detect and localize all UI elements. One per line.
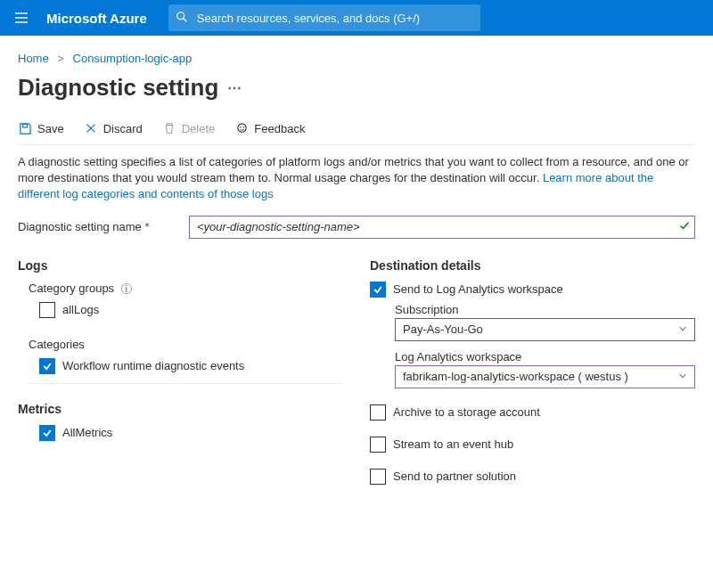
page-title: Diagnostic setting bbox=[18, 74, 218, 102]
hamburger-icon[interactable] bbox=[7, 4, 36, 32]
allmetrics-label: AllMetrics bbox=[62, 426, 112, 439]
categories-heading: Categories bbox=[29, 338, 343, 351]
delete-button: Delete bbox=[162, 121, 216, 135]
feedback-icon bbox=[234, 121, 249, 135]
alllogs-checkbox[interactable]: allLogs bbox=[29, 302, 343, 318]
subscription-label: Subscription bbox=[395, 303, 695, 316]
global-search[interactable] bbox=[168, 4, 480, 31]
law-label: Log Analytics workspace bbox=[395, 350, 695, 363]
subscription-value: Pay-As-You-Go bbox=[403, 323, 483, 336]
feedback-label: Feedback bbox=[254, 122, 305, 135]
svg-line-4 bbox=[184, 18, 187, 21]
archive-storage-label: Archive to a storage account bbox=[393, 405, 540, 419]
category-groups-heading: Category groups i bbox=[29, 282, 343, 295]
checkbox-icon bbox=[370, 282, 386, 298]
setting-name-row: Diagnostic setting name * bbox=[18, 216, 695, 239]
metrics-heading: Metrics bbox=[18, 402, 343, 416]
info-icon[interactable]: i bbox=[121, 283, 132, 294]
brand-label: Microsoft Azure bbox=[46, 11, 158, 26]
allmetrics-checkbox[interactable]: AllMetrics bbox=[29, 425, 343, 441]
svg-point-8 bbox=[238, 123, 246, 131]
breadcrumb-resource[interactable]: Consumption-logic-app bbox=[73, 52, 193, 65]
send-partner-checkbox[interactable]: Send to partner solution bbox=[370, 469, 695, 485]
checkbox-icon bbox=[370, 437, 386, 453]
send-partner-label: Send to partner solution bbox=[393, 470, 516, 483]
search-input[interactable] bbox=[195, 11, 473, 26]
destination-heading: Destination details bbox=[370, 258, 695, 273]
alllogs-label: allLogs bbox=[62, 303, 99, 316]
save-button[interactable]: Save bbox=[18, 121, 64, 135]
more-actions-icon[interactable]: ⋯ bbox=[227, 79, 243, 96]
delete-label: Delete bbox=[182, 122, 216, 135]
svg-rect-5 bbox=[22, 124, 27, 127]
logs-heading: Logs bbox=[18, 258, 343, 273]
archive-storage-checkbox[interactable]: Archive to a storage account bbox=[370, 404, 695, 421]
azure-topbar: Microsoft Azure bbox=[0, 0, 713, 36]
validation-check-icon bbox=[679, 220, 690, 233]
save-label: Save bbox=[37, 122, 64, 135]
divider bbox=[29, 383, 343, 384]
discard-button[interactable]: Discard bbox=[84, 121, 143, 135]
search-icon bbox=[176, 11, 188, 26]
checkbox-icon bbox=[39, 425, 55, 441]
chevron-down-icon bbox=[678, 370, 687, 383]
discard-label: Discard bbox=[103, 122, 143, 135]
setting-name-input[interactable] bbox=[189, 216, 695, 239]
delete-icon bbox=[162, 121, 176, 135]
chevron-right-icon: > bbox=[57, 52, 64, 65]
description-text: A diagnostic setting specifies a list of… bbox=[18, 154, 695, 203]
stream-eventhub-checkbox[interactable]: Stream to an event hub bbox=[370, 437, 695, 453]
workflow-events-checkbox[interactable]: Workflow runtime diagnostic events bbox=[29, 358, 343, 374]
discard-icon bbox=[84, 121, 98, 135]
breadcrumb-home[interactable]: Home bbox=[18, 52, 49, 65]
send-law-checkbox[interactable]: Send to Log Analytics workspace bbox=[370, 282, 695, 298]
checkbox-icon bbox=[370, 404, 386, 421]
checkbox-icon bbox=[370, 469, 386, 485]
law-value: fabrikam-log-analytics-workspace ( westu… bbox=[403, 370, 628, 383]
chevron-down-icon bbox=[678, 323, 687, 336]
checkbox-icon bbox=[39, 302, 55, 318]
save-icon bbox=[18, 121, 32, 135]
breadcrumb: Home > Consumption-logic-app bbox=[18, 52, 695, 65]
command-bar: Save Discard Delete Feedback bbox=[18, 114, 695, 145]
workflow-events-label: Workflow runtime diagnostic events bbox=[62, 359, 244, 372]
svg-point-9 bbox=[240, 126, 242, 127]
setting-name-label: Diagnostic setting name * bbox=[18, 220, 176, 233]
stream-eventhub-label: Stream to an event hub bbox=[393, 437, 513, 451]
page-title-row: Diagnostic setting ⋯ bbox=[18, 74, 695, 102]
subscription-dropdown[interactable]: Pay-As-You-Go bbox=[395, 318, 695, 341]
law-dropdown[interactable]: fabrikam-log-analytics-workspace ( westu… bbox=[395, 365, 695, 388]
checkbox-icon bbox=[39, 358, 55, 374]
send-law-label: Send to Log Analytics workspace bbox=[393, 282, 563, 296]
svg-point-3 bbox=[177, 12, 184, 19]
feedback-button[interactable]: Feedback bbox=[234, 121, 305, 135]
svg-point-10 bbox=[242, 126, 244, 127]
